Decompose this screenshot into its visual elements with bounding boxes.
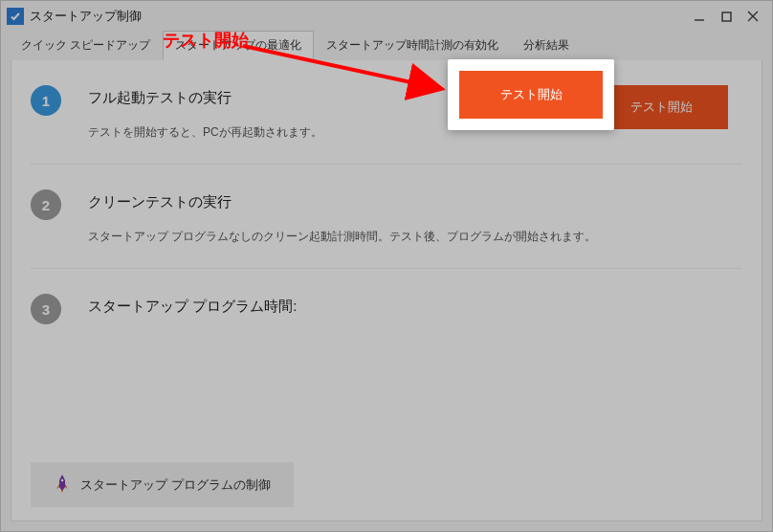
tab-startup-timing-enable[interactable]: スタートアップ時間計測の有効化 [314,31,511,60]
step-number-2: 2 [31,189,61,220]
step-1-title: フル起動テストの実行 [88,89,580,107]
step-number-3: 3 [31,294,61,324]
start-test-button[interactable]: テスト開始 [594,85,728,129]
step-number-1: 1 [31,85,61,116]
step-3-title: スタートアップ プログラム時間: [88,298,742,316]
tab-bar: クイック スピードアップ スタートアップの最適化 スタートアップ時間計測の有効化… [1,32,772,60]
tab-quick-speedup[interactable]: クイック スピードアップ [9,31,163,60]
step-2-desc: スタートアップ プログラムなしのクリーン起動計測時間。テスト後、プログラムが開始… [88,229,742,245]
divider-2 [31,268,742,269]
tab-startup-optimize[interactable]: スタートアップの最適化 [163,31,314,60]
footer-button-label: スタートアップ プログラムの制御 [80,477,271,494]
close-button[interactable] [740,6,766,27]
svg-point-4 [61,479,64,482]
svg-rect-1 [722,12,731,21]
rocket-icon [54,474,71,496]
step-1-desc: テストを開始すると、PCが再起動されます。 [88,124,580,141]
content-pane: 1 フル起動テストの実行 テストを開始すると、PCが再起動されます。 テスト開始… [11,60,762,521]
maximize-button[interactable] [713,6,740,27]
titlebar: スタートアップ制御 [1,1,772,32]
control-startup-programs-button[interactable]: スタートアップ プログラムの制御 [31,462,294,507]
footer-row: スタートアップ プログラムの制御 [31,462,742,507]
tab-analysis-results[interactable]: 分析結果 [511,31,582,60]
divider-1 [31,164,742,165]
step-3: 3 スタートアップ プログラム時間: [31,288,742,390]
app-window: スタートアップ制御 クイック スピードアップ スタートアップの最適化 スタートア… [0,0,773,532]
step-2-title: クリーンテストの実行 [88,193,742,211]
minimize-button[interactable] [686,6,713,27]
app-icon [7,8,24,25]
window-title: スタートアップ制御 [30,8,142,25]
step-2: 2 クリーンテストの実行 スタートアップ プログラムなしのクリーン起動計測時間。… [31,184,742,264]
step-1: 1 フル起動テストの実行 テストを開始すると、PCが再起動されます。 テスト開始 [31,79,742,160]
